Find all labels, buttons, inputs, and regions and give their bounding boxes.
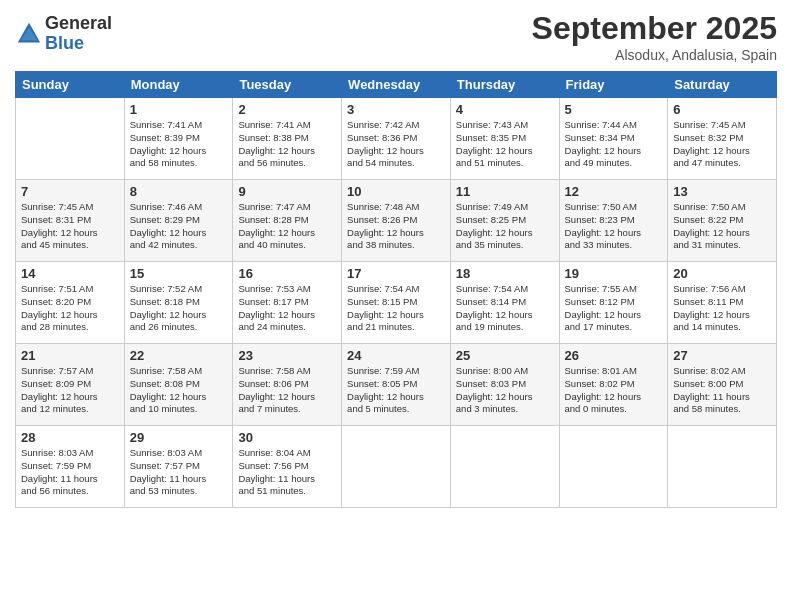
week-row-1: 1Sunrise: 7:41 AMSunset: 8:39 PMDaylight… [16, 98, 777, 180]
day-info: Sunrise: 7:44 AMSunset: 8:34 PMDaylight:… [565, 119, 663, 170]
calendar-cell: 12Sunrise: 7:50 AMSunset: 8:23 PMDayligh… [559, 180, 668, 262]
logo-text: General Blue [45, 14, 112, 54]
weekday-header-sunday: Sunday [16, 72, 125, 98]
calendar-cell: 21Sunrise: 7:57 AMSunset: 8:09 PMDayligh… [16, 344, 125, 426]
day-number: 15 [130, 266, 228, 281]
calendar-cell: 28Sunrise: 8:03 AMSunset: 7:59 PMDayligh… [16, 426, 125, 508]
calendar-cell: 19Sunrise: 7:55 AMSunset: 8:12 PMDayligh… [559, 262, 668, 344]
day-info: Sunrise: 7:57 AMSunset: 8:09 PMDaylight:… [21, 365, 119, 416]
calendar-cell: 27Sunrise: 8:02 AMSunset: 8:00 PMDayligh… [668, 344, 777, 426]
calendar-cell: 1Sunrise: 7:41 AMSunset: 8:39 PMDaylight… [124, 98, 233, 180]
day-number: 11 [456, 184, 554, 199]
calendar-cell [342, 426, 451, 508]
calendar-cell: 3Sunrise: 7:42 AMSunset: 8:36 PMDaylight… [342, 98, 451, 180]
header: General Blue September 2025 Alsodux, And… [15, 10, 777, 63]
logo-blue: Blue [45, 34, 112, 54]
calendar-cell: 20Sunrise: 7:56 AMSunset: 8:11 PMDayligh… [668, 262, 777, 344]
day-info: Sunrise: 7:58 AMSunset: 8:08 PMDaylight:… [130, 365, 228, 416]
day-number: 25 [456, 348, 554, 363]
calendar-cell: 26Sunrise: 8:01 AMSunset: 8:02 PMDayligh… [559, 344, 668, 426]
calendar-cell: 23Sunrise: 7:58 AMSunset: 8:06 PMDayligh… [233, 344, 342, 426]
day-number: 30 [238, 430, 336, 445]
day-info: Sunrise: 7:42 AMSunset: 8:36 PMDaylight:… [347, 119, 445, 170]
calendar-cell: 8Sunrise: 7:46 AMSunset: 8:29 PMDaylight… [124, 180, 233, 262]
weekday-header-tuesday: Tuesday [233, 72, 342, 98]
day-number: 5 [565, 102, 663, 117]
day-info: Sunrise: 7:41 AMSunset: 8:38 PMDaylight:… [238, 119, 336, 170]
day-number: 22 [130, 348, 228, 363]
calendar-cell: 24Sunrise: 7:59 AMSunset: 8:05 PMDayligh… [342, 344, 451, 426]
logo-general: General [45, 14, 112, 34]
day-info: Sunrise: 8:01 AMSunset: 8:02 PMDaylight:… [565, 365, 663, 416]
calendar-cell: 16Sunrise: 7:53 AMSunset: 8:17 PMDayligh… [233, 262, 342, 344]
page: General Blue September 2025 Alsodux, And… [0, 0, 792, 612]
day-info: Sunrise: 7:50 AMSunset: 8:23 PMDaylight:… [565, 201, 663, 252]
day-info: Sunrise: 7:48 AMSunset: 8:26 PMDaylight:… [347, 201, 445, 252]
week-row-5: 28Sunrise: 8:03 AMSunset: 7:59 PMDayligh… [16, 426, 777, 508]
day-number: 1 [130, 102, 228, 117]
calendar-cell [450, 426, 559, 508]
calendar-cell: 6Sunrise: 7:45 AMSunset: 8:32 PMDaylight… [668, 98, 777, 180]
weekday-header-wednesday: Wednesday [342, 72, 451, 98]
day-info: Sunrise: 8:00 AMSunset: 8:03 PMDaylight:… [456, 365, 554, 416]
calendar-cell: 14Sunrise: 7:51 AMSunset: 8:20 PMDayligh… [16, 262, 125, 344]
calendar-cell: 29Sunrise: 8:03 AMSunset: 7:57 PMDayligh… [124, 426, 233, 508]
day-number: 29 [130, 430, 228, 445]
day-number: 18 [456, 266, 554, 281]
day-number: 23 [238, 348, 336, 363]
logo: General Blue [15, 14, 112, 54]
week-row-3: 14Sunrise: 7:51 AMSunset: 8:20 PMDayligh… [16, 262, 777, 344]
month-title: September 2025 [532, 10, 777, 47]
day-info: Sunrise: 7:45 AMSunset: 8:31 PMDaylight:… [21, 201, 119, 252]
weekday-header-row: SundayMondayTuesdayWednesdayThursdayFrid… [16, 72, 777, 98]
day-number: 13 [673, 184, 771, 199]
calendar-cell: 9Sunrise: 7:47 AMSunset: 8:28 PMDaylight… [233, 180, 342, 262]
calendar-cell: 7Sunrise: 7:45 AMSunset: 8:31 PMDaylight… [16, 180, 125, 262]
day-info: Sunrise: 7:52 AMSunset: 8:18 PMDaylight:… [130, 283, 228, 334]
day-info: Sunrise: 7:55 AMSunset: 8:12 PMDaylight:… [565, 283, 663, 334]
day-number: 2 [238, 102, 336, 117]
calendar-cell: 18Sunrise: 7:54 AMSunset: 8:14 PMDayligh… [450, 262, 559, 344]
day-info: Sunrise: 7:47 AMSunset: 8:28 PMDaylight:… [238, 201, 336, 252]
calendar-cell: 2Sunrise: 7:41 AMSunset: 8:38 PMDaylight… [233, 98, 342, 180]
day-number: 3 [347, 102, 445, 117]
day-info: Sunrise: 7:50 AMSunset: 8:22 PMDaylight:… [673, 201, 771, 252]
day-number: 20 [673, 266, 771, 281]
day-number: 9 [238, 184, 336, 199]
day-info: Sunrise: 7:51 AMSunset: 8:20 PMDaylight:… [21, 283, 119, 334]
weekday-header-thursday: Thursday [450, 72, 559, 98]
day-info: Sunrise: 7:56 AMSunset: 8:11 PMDaylight:… [673, 283, 771, 334]
calendar-cell: 30Sunrise: 8:04 AMSunset: 7:56 PMDayligh… [233, 426, 342, 508]
day-number: 17 [347, 266, 445, 281]
day-number: 16 [238, 266, 336, 281]
title-block: September 2025 Alsodux, Andalusia, Spain [532, 10, 777, 63]
day-info: Sunrise: 7:49 AMSunset: 8:25 PMDaylight:… [456, 201, 554, 252]
day-info: Sunrise: 7:43 AMSunset: 8:35 PMDaylight:… [456, 119, 554, 170]
weekday-header-saturday: Saturday [668, 72, 777, 98]
day-number: 7 [21, 184, 119, 199]
day-info: Sunrise: 7:41 AMSunset: 8:39 PMDaylight:… [130, 119, 228, 170]
calendar-cell: 15Sunrise: 7:52 AMSunset: 8:18 PMDayligh… [124, 262, 233, 344]
day-number: 19 [565, 266, 663, 281]
day-number: 24 [347, 348, 445, 363]
day-number: 26 [565, 348, 663, 363]
day-info: Sunrise: 7:54 AMSunset: 8:14 PMDaylight:… [456, 283, 554, 334]
day-info: Sunrise: 7:54 AMSunset: 8:15 PMDaylight:… [347, 283, 445, 334]
day-number: 8 [130, 184, 228, 199]
day-info: Sunrise: 8:03 AMSunset: 7:59 PMDaylight:… [21, 447, 119, 498]
calendar-cell [16, 98, 125, 180]
day-number: 10 [347, 184, 445, 199]
logo-icon [15, 20, 43, 48]
day-info: Sunrise: 8:04 AMSunset: 7:56 PMDaylight:… [238, 447, 336, 498]
calendar-cell: 17Sunrise: 7:54 AMSunset: 8:15 PMDayligh… [342, 262, 451, 344]
day-info: Sunrise: 8:02 AMSunset: 8:00 PMDaylight:… [673, 365, 771, 416]
weekday-header-friday: Friday [559, 72, 668, 98]
day-info: Sunrise: 7:53 AMSunset: 8:17 PMDaylight:… [238, 283, 336, 334]
day-number: 6 [673, 102, 771, 117]
day-info: Sunrise: 7:46 AMSunset: 8:29 PMDaylight:… [130, 201, 228, 252]
calendar-cell: 13Sunrise: 7:50 AMSunset: 8:22 PMDayligh… [668, 180, 777, 262]
week-row-2: 7Sunrise: 7:45 AMSunset: 8:31 PMDaylight… [16, 180, 777, 262]
location-title: Alsodux, Andalusia, Spain [532, 47, 777, 63]
day-info: Sunrise: 8:03 AMSunset: 7:57 PMDaylight:… [130, 447, 228, 498]
day-number: 4 [456, 102, 554, 117]
